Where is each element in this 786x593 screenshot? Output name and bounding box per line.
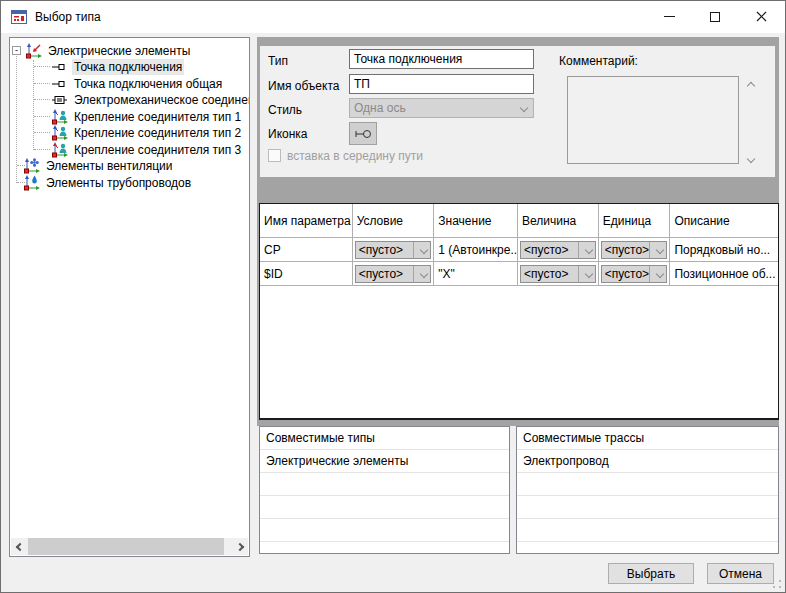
list-item[interactable] [517, 519, 778, 542]
list-header: Совместимые типы [260, 427, 509, 450]
connector-fastener-icon [52, 109, 68, 125]
unit-cell[interactable]: <пусто> [599, 262, 671, 286]
tree-item-label: Крепление соединителя тип 3 [72, 142, 243, 158]
tree-item-electrical-elements[interactable]: Электрические элементы [26, 42, 192, 59]
style-dropdown-value: Одна ось [354, 101, 406, 115]
tree-guide-line [34, 99, 50, 100]
scroll-left-icon[interactable] [11, 538, 28, 555]
tree-item-label: Точка подключения общая [72, 76, 224, 92]
list-item[interactable] [260, 473, 509, 496]
list-item[interactable] [260, 496, 509, 519]
tree-guide-line [33, 60, 34, 150]
axes-electric-icon [26, 43, 42, 59]
dropdown-value: <пусто> [359, 243, 403, 257]
tree-item-label: Крепление соединителя тип 2 [72, 125, 243, 141]
condition-cell[interactable]: <пусто> [353, 262, 435, 286]
insert-middle-checkbox-label: вставка в середину пути [287, 149, 423, 163]
close-button[interactable] [738, 1, 784, 32]
dropdown-value: <пусто> [605, 267, 649, 281]
type-field[interactable]: Точка подключения [349, 49, 534, 69]
window-title: Выбор типа [35, 10, 101, 24]
tree-item-pipeline-elements[interactable]: Элементы трубопроводов [24, 174, 193, 191]
style-dropdown[interactable]: Одна ось [349, 98, 534, 118]
tree-item-electromech-connection[interactable]: Электромеханическое соединени [52, 91, 250, 108]
type-properties-form: Тип Точка подключения Имя объекта ТП Сти… [260, 46, 775, 177]
magnitude-cell[interactable]: <пусто> [518, 262, 599, 286]
comment-scroll-down-icon[interactable] [744, 152, 758, 166]
style-label: Стиль [268, 103, 302, 117]
tree-guide-line [34, 66, 50, 67]
list-header: Совместимые трассы [517, 427, 778, 450]
dropdown-divider [413, 266, 414, 282]
tree-item-fastener-type-1[interactable]: Крепление соединителя тип 1 [52, 108, 243, 125]
condition-dropdown[interactable]: <пусто> [355, 241, 432, 259]
list-item[interactable] [517, 473, 778, 496]
comment-textarea[interactable] [567, 76, 739, 164]
scrollbar-thumb[interactable] [28, 538, 224, 555]
tree-guide-line [34, 132, 50, 133]
magnitude-dropdown[interactable]: <пусто> [520, 241, 596, 259]
dropdown-divider [649, 266, 650, 282]
dropdown-divider [578, 242, 579, 258]
tree-item-label: Точка подключения [72, 59, 184, 75]
dropdown-value: <пусто> [605, 243, 649, 257]
compatible-routes-list: Совместимые трассы Электропровод [516, 426, 779, 554]
parameters-table-header: Имя параметра Условие Значение Величина … [260, 204, 778, 238]
tree-item-fastener-type-3[interactable]: Крепление соединителя тип 3 [52, 141, 243, 158]
column-header: Условие [353, 204, 435, 238]
tree-item-label: Элементы вентиляции [44, 158, 174, 174]
dropdown-value: <пусто> [359, 267, 403, 281]
condition-dropdown[interactable]: <пусто> [355, 265, 432, 283]
maximize-button[interactable] [692, 1, 738, 32]
description-cell[interactable]: Позиционное об... [670, 262, 778, 286]
chevron-down-icon [584, 269, 592, 277]
list-item[interactable]: Электрические элементы [260, 450, 509, 473]
tree-item-ventilation-elements[interactable]: Элементы вентиляции [24, 157, 174, 174]
dropdown-divider [649, 242, 650, 258]
list-item[interactable] [517, 496, 778, 519]
select-button[interactable]: Выбрать [608, 563, 694, 584]
dropdown-divider [413, 242, 414, 258]
resize-grip[interactable] [779, 586, 781, 588]
chevron-down-icon [584, 245, 592, 253]
list-item[interactable] [260, 519, 509, 542]
magnitude-dropdown[interactable]: <пусто> [520, 265, 596, 283]
minimize-icon [664, 16, 675, 17]
condition-cell[interactable]: <пусто> [353, 238, 435, 262]
description-cell[interactable]: Порядковый но... [670, 238, 778, 262]
insert-middle-checkbox[interactable] [268, 149, 281, 162]
tree-horizontal-scrollbar[interactable] [11, 538, 248, 555]
tree-item-fastener-type-2[interactable]: Крепление соединителя тип 2 [52, 124, 243, 141]
tree-guide-line [34, 149, 50, 150]
comment-scroll-up-icon[interactable] [744, 79, 758, 93]
unit-dropdown[interactable]: <пусто> [601, 265, 668, 283]
unit-dropdown[interactable]: <пусто> [601, 241, 668, 259]
column-header: Единица [599, 204, 671, 238]
scroll-right-icon[interactable] [231, 538, 248, 555]
icon-picker-button[interactable] [349, 122, 377, 145]
minimize-button[interactable] [646, 1, 692, 32]
object-name-label: Имя объекта [268, 79, 339, 93]
chevron-down-icon [420, 269, 428, 277]
magnitude-cell[interactable]: <пусто> [518, 238, 599, 262]
tree-item-connection-point-common[interactable]: Точка подключения общая [52, 75, 224, 92]
value-cell[interactable]: "X" [434, 262, 518, 286]
list-item[interactable]: Электропровод [517, 450, 778, 473]
unit-cell[interactable]: <пусто> [599, 238, 671, 262]
dropdown-value: <пусто> [524, 267, 568, 281]
value-cell[interactable]: 1 (Автоинкре... [434, 238, 518, 262]
object-name-field[interactable]: ТП [349, 74, 534, 94]
tree-collapse-toggle[interactable]: - [12, 46, 21, 55]
column-header: Имя параметра [260, 204, 353, 238]
chevron-down-icon [520, 104, 528, 112]
cancel-button[interactable]: Отмена [707, 563, 774, 584]
column-header: Описание [670, 204, 778, 238]
titlebar: Выбор типа [1, 1, 785, 33]
param-name-cell[interactable]: $ID [260, 262, 353, 286]
param-name-cell[interactable]: CP [260, 238, 353, 262]
tree-guide-line [34, 83, 50, 84]
tree-item-label: Крепление соединителя тип 1 [72, 109, 243, 125]
tree-item-label: Элементы трубопроводов [44, 175, 193, 191]
type-label: Тип [268, 54, 288, 68]
tree-item-connection-point[interactable]: Точка подключения [52, 58, 184, 75]
